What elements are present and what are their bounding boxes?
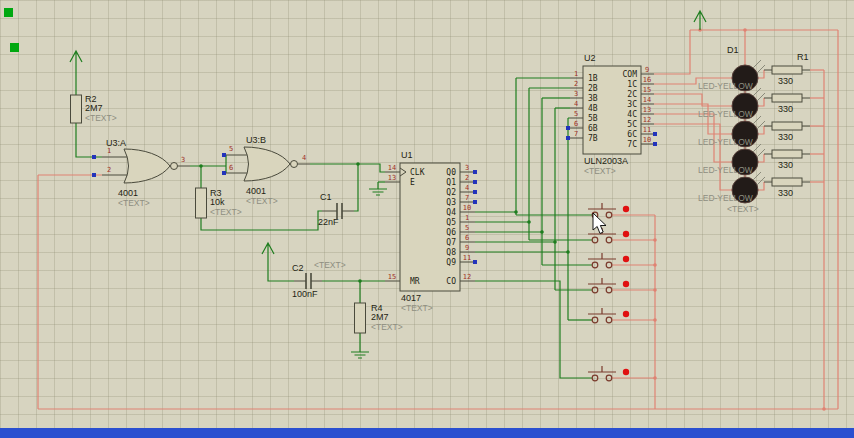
part-value: LED-YELLOW [698,193,753,203]
pin-name: 5C [627,120,637,129]
pin-name: Q2 [446,188,456,197]
part-ref: U3:B [246,135,266,145]
resistor-r4[interactable]: R4 2M7 <TEXT> [355,303,403,333]
part-ref: C1 [320,192,332,202]
pin-number: 12 [463,273,471,281]
wire-5c-led5[interactable] [654,124,732,190]
ic-u1-4017[interactable]: U1 4017 <TEXT> CLK E MR 14 13 15 Q0 Q1 Q… [385,150,475,313]
resistor-330-4[interactable]: 330 [764,150,810,170]
part-text: <TEXT> [314,260,346,270]
ground-terminal[interactable] [351,346,369,358]
power-arrow-icon [70,51,82,70]
pin-number: 14 [388,164,396,172]
ground-icon [369,182,387,195]
pin-end-marker [473,170,477,174]
part-value: LED-YELLOW [698,165,753,175]
ground-terminal[interactable] [369,182,387,195]
pin-name: Q8 [446,248,456,257]
part-value: 2M7 [371,312,389,322]
resistor-body [71,95,82,123]
wire-r2-gate[interactable] [76,123,102,157]
part-value: 330 [778,160,793,170]
wire-vcc-c2[interactable] [268,262,294,281]
pin-name: Q6 [446,228,456,237]
pin-end-marker [566,126,570,130]
part-text: <TEXT> [727,204,759,214]
pin-number: 5 [229,145,233,153]
junction [822,407,826,411]
junction [653,288,657,292]
resistor-body [772,122,802,130]
pin-number: 9 [465,244,469,252]
pin-number: 3 [574,90,578,98]
wire-co-sw6[interactable] [475,281,592,378]
resistor-body [196,188,207,218]
junction [199,164,203,168]
nor-gate-u3b[interactable]: U3:B 4001 <TEXT> 5 6 4 [224,135,310,206]
resistor-r2[interactable]: R2 2M7 <TEXT> [71,94,117,123]
resistor-r1[interactable]: R1 330 [764,52,810,86]
resistor-330-5[interactable]: 330 [764,178,810,198]
part-value: 2M7 [85,103,103,113]
gate-bubble [171,163,178,170]
capacitor-c1[interactable]: C1 22nF [318,192,354,227]
power-arrow-icon [694,11,706,30]
resistor-330-3[interactable]: 330 [764,122,810,142]
pin-number: 1 [107,147,111,155]
part-ref: D1 [727,45,739,55]
pin-number: 9 [645,66,649,74]
pin-end-marker [653,132,657,136]
power-terminal[interactable] [262,243,274,262]
pin-number: 7 [574,130,578,138]
taskbar[interactable] [0,428,854,438]
junction [653,238,657,242]
pin-number: 15 [388,273,396,281]
wire-c1-out[interactable] [354,164,358,211]
pin-name: COM [623,70,638,79]
capacitor-c2[interactable]: C2 <TEXT> 100nF [292,260,346,299]
part-value: 10k [210,197,225,207]
pin-number: 4 [302,154,306,162]
junction [566,250,570,254]
resistor-body [772,178,802,186]
pin-name: 3B [588,94,598,103]
wire-com[interactable] [654,30,690,74]
junction [653,318,657,322]
pin-number: 5 [465,224,469,232]
ic-u2-uln2003a[interactable]: U2 ULN2003A <TEXT> 1B 2B 3B 4B 5B 6B 7B … [570,53,654,176]
part-device: 4017 [401,293,421,303]
led-d5[interactable]: LED-YELLOW <TEXT> [698,172,765,214]
part-ref: R1 [797,52,809,62]
led-d4[interactable]: LED-YELLOW [698,144,765,175]
pin-end-marker [92,155,96,159]
junction [653,263,657,267]
pin-number: 11 [463,254,471,262]
pin-name: 1B [588,74,598,83]
led-d1[interactable]: D1 LED-YELLOW [698,45,765,91]
pin-number: 3 [465,164,469,172]
part-text: <TEXT> [371,322,403,332]
state-indicator [623,281,629,287]
wire-clk[interactable] [310,164,385,172]
pin-name: MR [410,277,420,286]
pin-name: Q0 [446,168,456,177]
nor-gate-u3a[interactable]: U3:A 4001 <TEXT> 1 2 3 [102,138,190,208]
state-indicator [623,311,629,317]
power-terminal[interactable] [694,11,706,30]
pin-number: 10 [643,136,651,144]
resistor-330-2[interactable]: 330 [764,94,810,114]
part-text: <TEXT> [246,196,278,206]
part-value: 330 [778,76,793,86]
pin-number: 14 [643,96,651,104]
schematic-canvas[interactable]: R2 2M7 <TEXT> U3:A 4001 <TEXT> 1 2 3 U3:… [0,0,854,438]
part-value: 22nF [318,217,339,227]
pin-number: 16 [643,76,651,84]
pin-number: 12 [643,116,651,124]
power-terminal[interactable] [70,51,82,70]
resistor-r3[interactable]: R3 10k <TEXT> [196,188,242,218]
pin-number: 13 [388,174,396,182]
part-value: 100nF [292,289,318,299]
pin-number: 5 [574,110,578,118]
junction [743,28,747,32]
resistor-body [772,150,802,158]
